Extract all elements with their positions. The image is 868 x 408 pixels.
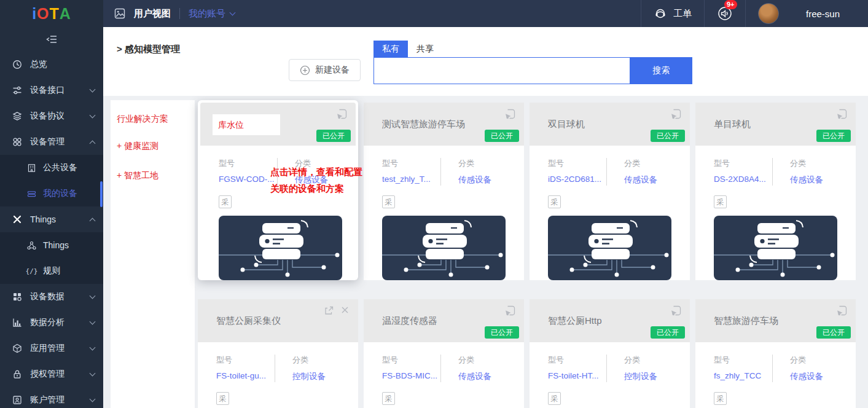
select-cursor-icon[interactable] [505, 305, 515, 316]
category-value[interactable]: 传感设备 [624, 175, 657, 186]
sidebar-scrollbar[interactable] [100, 181, 103, 207]
device-image [382, 216, 506, 280]
model-label: 型号 [382, 355, 440, 366]
select-cursor-icon[interactable] [671, 305, 681, 316]
breadcrumb: > 感知模型管理 [117, 44, 180, 55]
model-label: 型号 [714, 355, 772, 366]
category-value[interactable]: 传感设备 [458, 175, 491, 186]
category-label: 分类 [624, 158, 657, 169]
category-label: 分类 [790, 158, 823, 169]
sidebar: iOTA 总览 设备接口 设备协议 设备管理 [0, 0, 103, 408]
model-value: FS-toilet-HT... [548, 371, 606, 380]
device-card-3[interactable]: 单目球机 已公开 型号DS-2XD8A4... 分类传感设备 采 [695, 103, 856, 280]
device-management-submenu: 公共设备 我的设备 [0, 155, 103, 206]
avatar-button[interactable] [745, 0, 791, 27]
sidebar-item-app-management[interactable]: 应用管理 [0, 335, 103, 361]
account-label: 我的账号 [189, 8, 225, 20]
sidebar-item-my-devices[interactable]: 我的设备 [0, 181, 103, 206]
collect-tag: 采 [216, 392, 229, 405]
device-card-5[interactable]: 温湿度传感器 已公开 型号FS-BDS-MIC... 分类传感设备 采 [364, 299, 524, 408]
sidebar-item-device-management[interactable]: 设备管理 [0, 129, 103, 155]
sidebar-item-label: 设备数据 [30, 291, 65, 302]
sidebar-item-account-management[interactable]: 账户管理 [0, 387, 103, 408]
sidebar-item-rules[interactable]: {/} 规则 [0, 258, 103, 284]
search-button[interactable]: 搜索 [630, 57, 692, 84]
collect-tag: 采 [219, 195, 232, 208]
notification-badge: 9+ [724, 0, 737, 9]
chevron-up-icon [90, 140, 96, 146]
sidebar-item-data-analysis[interactable]: 数据分析 [0, 310, 103, 335]
tab-private[interactable]: 私有 [373, 41, 408, 57]
sidebar-item-label: 应用管理 [30, 343, 65, 354]
content-header: > 感知模型管理 新建设备 私有 共享 搜索 [103, 27, 868, 96]
share-icon[interactable] [324, 305, 334, 316]
select-cursor-icon[interactable] [505, 109, 515, 119]
detail-tooltip: 点击详情，查看和配置关联的设备和方案 [270, 163, 362, 197]
model-value: DS-2XD8A4... [714, 175, 772, 184]
device-card-1[interactable]: 测试智慧旅游停车场 已公开 型号test_zhly_T... 分类传感设备 采 [364, 103, 524, 280]
device-card-7[interactable]: 智慧旅游停车场 已公开 型号fs_zhly_TCC 分类传感设备 采 [695, 299, 856, 408]
sidebar-item-label: 设备接口 [30, 85, 65, 96]
sliders-icon [12, 85, 22, 95]
category-value[interactable]: 控制设备 [624, 371, 657, 382]
model-label: 型号 [216, 355, 275, 366]
select-cursor-icon[interactable] [337, 109, 347, 119]
close-icon[interactable] [340, 305, 350, 316]
select-cursor-icon[interactable] [671, 109, 681, 119]
divider [179, 8, 180, 19]
tab-shared[interactable]: 共享 [408, 41, 442, 57]
sidebar-item-device-protocol[interactable]: 设备协议 [0, 103, 103, 129]
logo-letter: T [50, 5, 60, 23]
sidebar-item-label: 规则 [43, 265, 60, 277]
logo[interactable]: iOTA [0, 0, 103, 27]
device-card-2[interactable]: 双目球机 已公开 型号iDS-2CD681... 分类传感设备 采 [530, 103, 690, 280]
sidebar-item-label: 总览 [30, 59, 47, 70]
sidebar-item-things-sub[interactable]: Things [0, 232, 103, 258]
x-icon [12, 214, 22, 224]
sidebar-collapse-button[interactable] [0, 27, 103, 52]
ticket-button[interactable]: 工单 [641, 0, 704, 27]
category-value[interactable]: 传感设备 [458, 371, 491, 382]
sidebar-item-auth-management[interactable]: 授权管理 [0, 361, 103, 387]
chart-icon [12, 318, 22, 328]
visibility-tabs: 私有 共享 [373, 41, 442, 57]
circles-icon [12, 137, 22, 147]
user-view-label[interactable]: 用户视图 [134, 8, 171, 20]
sidebar-item-overview[interactable]: 总览 [0, 52, 103, 77]
model-value: FS-toilet-gu... [216, 371, 275, 380]
building-icon [27, 163, 36, 173]
model-name-input[interactable]: 库水位 [213, 114, 280, 135]
network-icon [27, 241, 36, 250]
image-icon [114, 8, 125, 19]
device-image [714, 216, 837, 280]
username-menu[interactable]: free-sun [791, 0, 868, 27]
select-cursor-icon[interactable] [837, 109, 847, 119]
notification-button[interactable]: 9+ [704, 0, 745, 27]
solution-item-health[interactable]: + 健康监测 [117, 141, 190, 152]
solution-item-site[interactable]: + 智慧工地 [117, 170, 190, 181]
sidebar-item-device-data[interactable]: 设备数据 [0, 284, 103, 310]
category-value[interactable]: 传感设备 [790, 175, 823, 186]
category-label: 分类 [458, 158, 491, 169]
public-badge: 已公开 [316, 130, 351, 142]
model-label: 型号 [382, 158, 440, 169]
select-cursor-icon[interactable] [837, 305, 847, 316]
device-card-4[interactable]: 智慧公厕采集仪 型号FS-toilet-gu... 分类控制设备 采 [198, 299, 358, 408]
layers-icon [12, 111, 22, 121]
account-dropdown[interactable]: 我的账号 [189, 8, 235, 20]
search-input[interactable] [373, 57, 630, 84]
category-label: 分类 [458, 355, 491, 366]
sidebar-item-device-interface[interactable]: 设备接口 [0, 77, 103, 103]
chevron-down-icon [90, 396, 96, 402]
public-badge: 已公开 [485, 326, 519, 339]
new-device-button[interactable]: 新建设备 [289, 59, 361, 81]
device-title: 单目球机 [714, 119, 751, 130]
category-value[interactable]: 控制设备 [292, 371, 326, 382]
chevron-up-icon [90, 218, 96, 224]
sidebar-item-public-devices[interactable]: 公共设备 [0, 155, 103, 181]
ticket-label: 工单 [673, 8, 692, 20]
sidebar-item-things[interactable]: Things [0, 206, 103, 232]
category-value[interactable]: 传感设备 [790, 371, 823, 382]
device-card-6[interactable]: 智慧公厕Http 已公开 型号FS-toilet-HT... 分类控制设备 采 [530, 299, 690, 408]
sidebar-item-label: 数据分析 [30, 317, 65, 328]
